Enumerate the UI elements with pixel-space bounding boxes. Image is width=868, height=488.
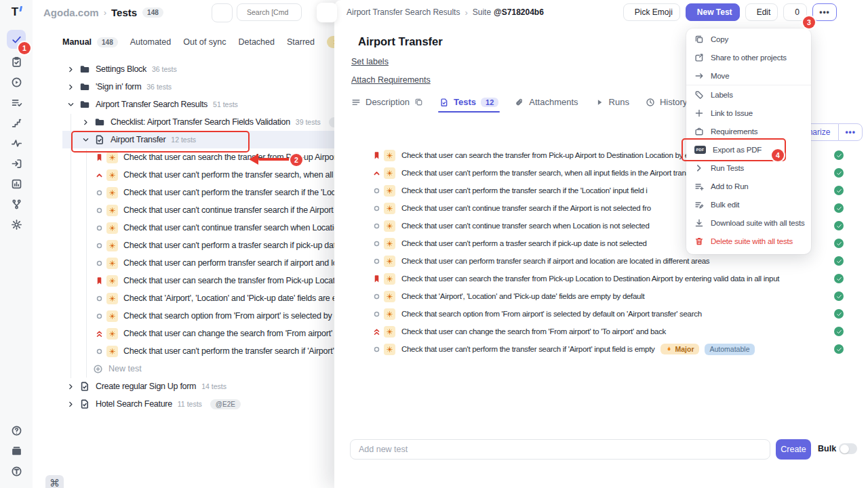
tab-description[interactable]: Description (351, 97, 423, 107)
rail-item-library[interactable] (7, 443, 26, 458)
edit-button[interactable]: Edit (745, 3, 778, 21)
burst-icon (386, 169, 393, 177)
tree-test-row[interactable]: Check that user can't perform the transf… (33, 166, 334, 184)
test-emoji (106, 222, 118, 234)
rail-item-activity[interactable] (7, 136, 26, 150)
rail-item-gear[interactable] (7, 217, 26, 232)
tree-test-row[interactable]: Check that user can change the search fr… (33, 325, 334, 342)
rail-item-logo-circle[interactable] (7, 464, 26, 479)
test-emoji (384, 273, 395, 285)
rail-item-chart[interactable] (7, 176, 26, 191)
filter-tab-label: Detached (238, 37, 275, 47)
rail-item-clipboard-check[interactable] (7, 54, 26, 69)
suite-test-row[interactable]: Check that 'Airport', 'Location' and 'Pi… (334, 287, 868, 305)
suite-test-row[interactable]: Check that user can't perform the transf… (334, 340, 868, 358)
breadcrumb-current: Suite (473, 7, 491, 17)
test-emoji (106, 187, 118, 199)
tab-attachments[interactable]: Attachments (515, 97, 578, 107)
suite-id: @S718204b6 (494, 7, 544, 17)
filter-tab-out-of-sync[interactable]: Out of sync (183, 37, 226, 47)
list-edit-icon (694, 200, 704, 209)
tree-test-row[interactable]: Check that user can't continue transfer … (33, 219, 334, 237)
menu-item-move[interactable]: Move (686, 66, 811, 85)
tab-runs[interactable]: Runs (595, 97, 629, 107)
rail-item-branch[interactable] (7, 197, 26, 211)
play-solid-icon (595, 98, 604, 107)
rail-item-help[interactable] (7, 423, 26, 438)
summarize-more-button[interactable]: ••• (838, 123, 863, 141)
rail-item-play-circle[interactable] (7, 75, 26, 89)
bulk-toggle[interactable] (839, 443, 857, 454)
tree-test-row[interactable]: Check that user can search the transfer … (33, 148, 334, 166)
menu-item-download-suite-with-all-tests[interactable]: Download suite with all tests (686, 214, 811, 232)
add-new-test-input[interactable] (350, 439, 770, 460)
tree-test-row[interactable]: Check that user can perform transfer sea… (33, 254, 334, 272)
new-test-row[interactable]: New test (33, 360, 334, 378)
bulk-label[interactable]: Bulk (818, 444, 836, 453)
filter-tab-automated[interactable]: Automated (130, 37, 171, 47)
suite-test-row[interactable]: Check that user can change the search fr… (334, 323, 868, 340)
tree-test-row[interactable]: Check that user can't perform a trasfer … (33, 237, 334, 254)
panel-close-button[interactable] (317, 3, 337, 22)
filter-tab-sev[interactable]: Sev (327, 36, 334, 48)
menu-item-bulk-edit[interactable]: Bulk edit (686, 195, 811, 214)
menu-item-requirements[interactable]: Requirements (686, 122, 811, 140)
breadcrumb-project[interactable]: Agoda.com (43, 7, 99, 18)
suite-test-row[interactable]: Check that user can search the transfer … (334, 270, 868, 287)
create-button[interactable]: Create (776, 439, 811, 460)
tests-tree: Settings Block36 tests'Sign in' form36 t… (33, 60, 334, 413)
pin-button[interactable] (842, 3, 848, 21)
search-input[interactable] (245, 7, 292, 17)
tree-folder-row[interactable]: Checklist: Airport Transfer Search Field… (33, 113, 334, 131)
suite-test-row[interactable]: Check that search option from 'From airp… (334, 305, 868, 323)
tree-suite-row[interactable]: Create regular Sign Up form14 tests (33, 378, 334, 395)
rail-item-sign-in[interactable] (7, 156, 26, 171)
attach-requirements-link[interactable]: Attach Requirements (351, 75, 431, 85)
close-button[interactable] (853, 3, 859, 21)
tree-test-row[interactable]: Check that user can't perform the transf… (33, 342, 334, 360)
app-logo[interactable]: T (0, 5, 33, 19)
set-labels-link[interactable]: Set labels (351, 57, 389, 66)
filter-tab-manual[interactable]: Manual148 (62, 37, 118, 47)
tree-folder-row[interactable]: Settings Block36 tests (33, 60, 334, 78)
menu-item-add-to-run[interactable]: Add to Run (686, 177, 811, 195)
tree-test-row[interactable]: Check that user can't continue transfer … (33, 201, 334, 219)
rail-item-steps[interactable] (7, 115, 26, 130)
breadcrumb-parent[interactable]: Airport Transfer Search Results (347, 7, 460, 17)
suite-test-row[interactable]: Check that user can perform transfer sea… (334, 252, 868, 270)
tree-folder-row[interactable]: Airport Transfer Search Results51 tests (33, 96, 334, 113)
rail-item-list-check[interactable] (7, 95, 26, 110)
menu-item-copy[interactable]: Copy (686, 30, 811, 48)
circle-o-icon (95, 294, 104, 303)
filter-tab-detached[interactable]: Detached (238, 37, 275, 47)
tab-history[interactable]: History (646, 97, 687, 107)
menu-item-share-to-other-projects[interactable]: Share to other projects (686, 48, 811, 66)
tree-suite-row[interactable]: Hotel Search Feature11 tests@E2E (33, 395, 334, 413)
tree-test-row[interactable]: Check that user can't perform the transf… (33, 184, 334, 201)
activity-icon (11, 138, 22, 149)
menu-item-labels[interactable]: Labels (686, 85, 811, 104)
tree-test-row[interactable]: Check that user can search the transfer … (33, 272, 334, 289)
more-actions-button[interactable]: ••• (812, 3, 837, 21)
breadcrumb-section[interactable]: Tests (111, 7, 137, 18)
tree-test-row[interactable]: Check that search option from 'From airp… (33, 307, 334, 325)
tab-tests[interactable]: Tests12 (439, 97, 498, 107)
pick-emoji-button[interactable]: Pick Emoji (623, 3, 680, 21)
clipboard-check-icon (11, 56, 22, 68)
tree-folder-row[interactable]: 'Sign in' form36 tests (33, 78, 334, 96)
doc-icon (79, 399, 90, 409)
tree-test-row[interactable]: Check that 'Airport', 'Location' and 'Pi… (33, 289, 334, 307)
pick-emoji-label: Pick Emoji (635, 7, 673, 17)
tree-node-count: 14 tests (201, 382, 226, 390)
tag-icon (694, 90, 704, 100)
new-test-button[interactable]: New Test (686, 3, 740, 21)
filter-button[interactable] (212, 3, 233, 22)
tree-suite-row[interactable]: Airport Transfer12 tests (33, 131, 334, 148)
menu-item-export-as-pdf[interactable]: PDFExport as PDF (686, 140, 811, 159)
menu-item-run-tests[interactable]: Run Tests (686, 159, 811, 177)
filter-tab-starred[interactable]: Starred (287, 37, 315, 47)
burst-icon (108, 154, 116, 161)
menu-item-delete-suite-with-all-tests[interactable]: Delete suite with all tests (686, 232, 811, 250)
menu-item-label: Link to Issue (711, 109, 753, 117)
menu-item-link-to-issue[interactable]: Link to Issue (686, 104, 811, 122)
